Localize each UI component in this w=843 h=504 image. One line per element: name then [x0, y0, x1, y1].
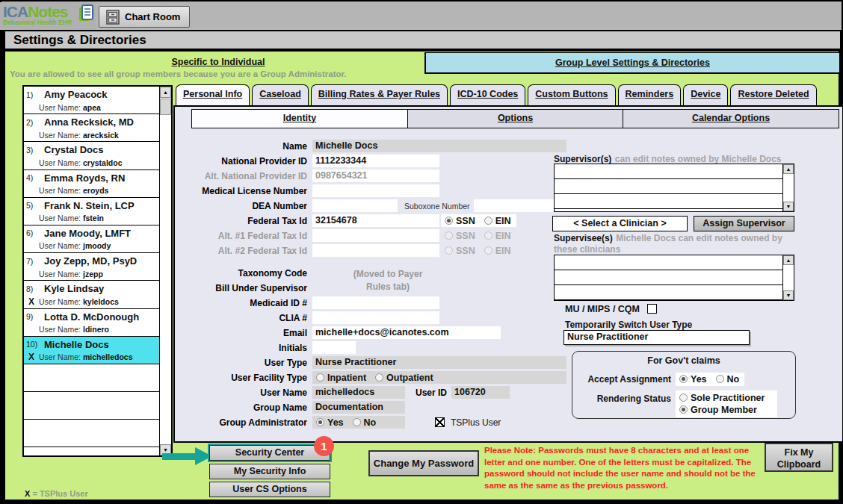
scroll-down-icon[interactable]: ▼ — [783, 202, 794, 211]
subtab-options[interactable]: Options — [407, 109, 624, 128]
change-my-password-button[interactable]: Change My Password — [368, 450, 479, 476]
inpatient-radio[interactable] — [316, 373, 324, 382]
scroll-up-icon[interactable]: ▲ — [783, 164, 794, 174]
user-list-scrollbar[interactable]: ▲ ▼ — [159, 87, 171, 455]
fix-my-clipboard-button[interactable]: Fix My Clipboard — [765, 443, 833, 472]
user-list: 1)Amy Peacock User Name:apea 2)Anna Reck… — [22, 85, 173, 457]
list-item-empty[interactable] — [24, 364, 159, 392]
accept-yes-radio[interactable] — [679, 375, 688, 383]
tab-billing-rates[interactable]: Billing Rates & Payer Rules — [311, 84, 448, 105]
app-window: ICANotes Behavioral Health EHR Chart Roo… — [0, 0, 843, 504]
user-id-label: User ID — [405, 388, 451, 398]
sole-practitioner-radio[interactable] — [679, 393, 688, 402]
top-bar: ICANotes Behavioral Health EHR Chart Roo… — [1, 1, 842, 30]
alt2-ein-radio[interactable] — [484, 246, 492, 255]
email-input[interactable]: michelle+docs@icanotes.com — [312, 326, 501, 339]
inpatient-label: Inpatient — [327, 373, 366, 383]
list-item-user-8[interactable]: 8)Kyle Lindsay XUser Name:kyleldocs — [24, 281, 159, 308]
supervisors-listbox[interactable]: ▲ ▼ — [554, 164, 794, 212]
alt1-ein-radio[interactable] — [484, 231, 492, 240]
page-title: Settings & Directories — [5, 31, 840, 50]
list-item-user-2[interactable]: 2)Anna Recksick, MD User Name:arecksick — [24, 114, 159, 142]
initials-input[interactable] — [312, 341, 356, 354]
list-item-user-4[interactable]: 4)Emma Royds, RN User Name:eroyds — [24, 170, 159, 198]
scroll-down-icon[interactable]: ▼ — [783, 290, 794, 300]
scroll-up-icon[interactable]: ▲ — [160, 87, 171, 98]
federal-tax-input[interactable]: 32154678 — [312, 214, 439, 227]
assign-supervisor-button[interactable]: Assign Supervisor — [694, 216, 794, 231]
dea-input[interactable] — [312, 199, 398, 212]
chart-room-button[interactable]: Chart Room — [99, 6, 190, 28]
alt2-ssn-radio[interactable] — [445, 246, 453, 255]
list-item-user-7[interactable]: 7)Joy Zepp, MD, PsyD User Name:jzepp — [24, 253, 159, 281]
tab-custom-buttons[interactable]: Custom Buttons — [528, 84, 615, 105]
list-item-empty[interactable] — [24, 447, 159, 457]
suboxone-input[interactable] — [474, 199, 558, 212]
chart-room-label: Chart Room — [125, 11, 180, 22]
listbox-row[interactable] — [555, 285, 794, 300]
list-item-user-10-selected[interactable]: 10)Michelle Docs XUser Name:michelledocs — [24, 337, 159, 364]
list-item-user-5[interactable]: 5)Frank N. Stein, LCP User Name:fstein — [24, 198, 159, 225]
group-name-label: Group Name — [176, 402, 312, 413]
tab-restore-deleted[interactable]: Restore Deleted — [730, 84, 816, 105]
user-id-field: 106720 — [451, 386, 510, 399]
medicaid-label: Medicaid ID # — [176, 298, 312, 308]
security-center-button[interactable]: Security Center — [209, 445, 330, 461]
group-member-radio[interactable] — [679, 405, 688, 414]
list-item-user-6[interactable]: 6)Jane Moody, LMFT User Name:jmoody — [24, 225, 159, 253]
listbox-row[interactable] — [555, 270, 794, 285]
tsplus-checkbox-label: TSPlus User — [451, 417, 501, 428]
tsplus-checkbox[interactable] — [435, 417, 445, 427]
alt1-ssn-radio[interactable] — [445, 231, 453, 240]
tab-specific-to-individual[interactable]: Specific to Individual — [95, 57, 342, 67]
group-admin-yes-radio[interactable] — [316, 418, 324, 426]
list-item-empty[interactable] — [24, 420, 159, 447]
dea-label: DEA Number — [176, 201, 312, 211]
medicaid-input[interactable] — [312, 296, 439, 309]
supervisees-listbox[interactable]: ▲ ▼ — [554, 255, 794, 301]
accept-no-radio[interactable] — [716, 375, 724, 383]
mu-mips-cqm-label: MU / MIPS / CQM — [565, 304, 640, 314]
outpatient-radio[interactable] — [375, 373, 383, 382]
mu-mips-cqm-checkbox[interactable] — [647, 304, 657, 314]
group-name-field: Documentation — [312, 401, 405, 414]
alt2-federal-tax-input[interactable] — [312, 244, 439, 257]
file-cabinet-icon — [105, 10, 120, 25]
tab-group-level-settings[interactable]: Group Level Settings & Directories — [424, 52, 840, 74]
list-item-user-3[interactable]: 3)Crystal Docs User Name:crystaldoc — [24, 142, 159, 169]
tab-device[interactable]: Device — [683, 84, 728, 105]
subtab-calendar-options[interactable]: Calendar Options — [623, 109, 839, 128]
document-icon — [78, 4, 94, 22]
list-item-user-1[interactable]: 1)Amy Peacock User Name:apea — [24, 87, 159, 114]
select-clinician-dropdown[interactable]: < Select a Clinician > — [552, 216, 688, 231]
tab-personal-info[interactable]: Personal Info — [176, 84, 250, 105]
group-admin-label: Group Administrator — [176, 417, 312, 428]
group-admin-no-radio[interactable] — [353, 418, 361, 426]
supervisees-scrollbar[interactable]: ▲ ▼ — [782, 255, 794, 300]
list-item-empty[interactable] — [24, 392, 159, 420]
alt1-federal-tax-input[interactable] — [312, 229, 439, 242]
listbox-row[interactable] — [555, 164, 794, 179]
my-security-info-button[interactable]: My Security Info — [209, 464, 330, 479]
npi-input[interactable]: 1112233344 — [312, 155, 439, 167]
listbox-row[interactable] — [555, 179, 794, 194]
scroll-up-icon[interactable]: ▲ — [783, 255, 794, 265]
tab-caseload[interactable]: Caseload — [252, 84, 309, 105]
supervisors-scrollbar[interactable]: ▲ ▼ — [782, 164, 794, 211]
listbox-row[interactable] — [555, 194, 794, 209]
listbox-row[interactable] — [555, 255, 794, 270]
clia-input[interactable] — [312, 311, 439, 324]
list-item-user-9[interactable]: 9)Lotta D. McDonough User Name:ldinero — [24, 309, 159, 337]
tab-icd10-codes[interactable]: ICD-10 Codes — [450, 84, 525, 105]
mu-mips-cqm-row: MU / MIPS / CQM — [565, 304, 657, 314]
switch-user-type-dropdown[interactable]: Nurse Practitioner — [563, 330, 750, 345]
subtab-identity[interactable]: Identity — [191, 109, 408, 128]
scrollbar-thumb[interactable] — [160, 99, 171, 115]
user-cs-options-button[interactable]: User CS Options — [209, 482, 330, 497]
alt-npi-input[interactable]: 0987654321 — [312, 169, 439, 182]
medical-license-input[interactable] — [312, 184, 439, 197]
ssn-radio[interactable] — [445, 217, 453, 225]
ein-radio[interactable] — [484, 217, 492, 225]
email-label: Email — [176, 328, 312, 338]
tab-reminders[interactable]: Reminders — [618, 84, 682, 105]
